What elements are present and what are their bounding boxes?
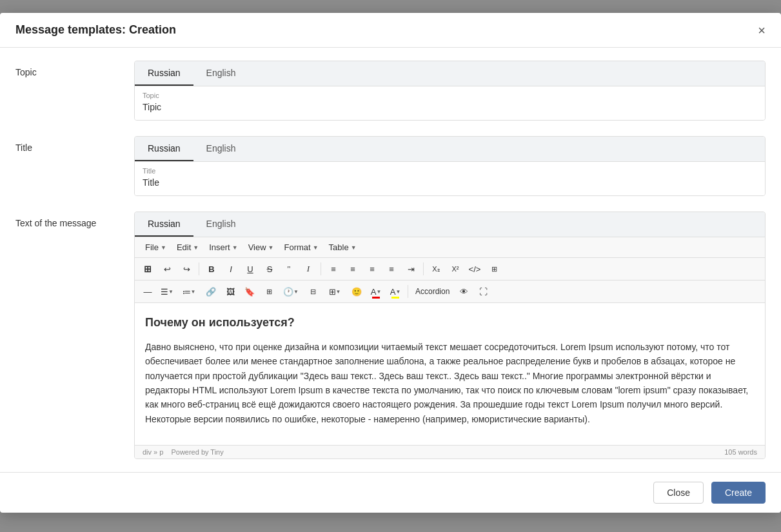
toolbar-sep-3 (423, 262, 424, 275)
toolbar-date-btn[interactable]: 🕐 ▼ (279, 283, 302, 300)
menu-file[interactable]: File ▼ (140, 240, 172, 255)
editor-menubar: File ▼ Edit ▼ Insert ▼ (135, 237, 765, 258)
toolbar-redo-btn[interactable]: ↪ (177, 261, 195, 277)
toolbar-align-left-btn[interactable]: ≡ (324, 261, 342, 277)
topic-label: Topic (15, 61, 119, 77)
toolbar-blockquote-btn[interactable]: " (280, 261, 298, 277)
toolbar-list-ol-btn[interactable]: ≔ ▼ (177, 283, 201, 300)
modal-header: Message templates: Creation × (0, 13, 781, 48)
highlight-color-indicator (391, 297, 399, 299)
table2-chevron-icon: ▼ (336, 289, 341, 295)
topic-field-row: Topic Russian English Topic Tipic (15, 61, 766, 121)
message-tab-english[interactable]: English (193, 212, 249, 237)
toolbar-link-btn[interactable]: 🔗 (202, 283, 220, 300)
format-chevron-icon: ▼ (313, 244, 319, 251)
editor-toolbar-2: — ☰ ▼ ≔ ▼ 🔗 🖼 🔖 ⊞ (135, 281, 765, 303)
powered-by: Powered by Tiny (171, 448, 223, 456)
topic-field-content: Russian English Topic Tipic (134, 61, 766, 121)
toolbar-strikethrough-btn[interactable]: S (261, 261, 279, 277)
modal-title: Message templates: Creation (15, 23, 176, 37)
toolbar-list-ul-btn[interactable]: ☰ ▼ (158, 283, 176, 300)
modal-footer: Close Create (0, 472, 781, 513)
table-chevron-icon: ▼ (351, 244, 357, 251)
view-chevron-icon: ▼ (268, 244, 274, 251)
toolbar-code-btn[interactable]: </> (466, 261, 484, 277)
toolbar-code-inline-btn[interactable]: I (299, 261, 317, 277)
file-chevron-icon: ▼ (161, 244, 166, 251)
toolbar-align-justify-btn[interactable]: ≡ (382, 261, 400, 277)
toolbar-bookmark-btn[interactable]: 🔖 (241, 283, 259, 300)
toolbar-superscript-btn[interactable]: X² (446, 261, 464, 277)
toolbar-undo-btn[interactable]: ↩ (158, 261, 176, 277)
menu-format[interactable]: Format ▼ (279, 240, 324, 255)
toolbar-pagebreak-btn[interactable]: ⊟ (304, 283, 322, 300)
highlight-chevron-icon: ▼ (395, 289, 400, 295)
title-tab-english[interactable]: English (193, 137, 249, 161)
modal-dialog: Message templates: Creation × Topic Russ… (0, 13, 781, 513)
message-field-content: Russian English File ▼ Edit ▼ (134, 212, 766, 459)
message-tab-russian[interactable]: Russian (135, 212, 193, 237)
close-button[interactable]: Close (653, 482, 704, 504)
title-tab-russian[interactable]: Russian (135, 137, 193, 161)
date-chevron-icon: ▼ (293, 289, 299, 295)
title-tab-bar: Russian English (135, 137, 765, 162)
title-label: Title (15, 136, 119, 153)
toolbar-italic-btn[interactable]: I (222, 261, 240, 277)
toolbar-font-color-btn[interactable]: A ▼ (367, 283, 385, 300)
topic-tab-bar: Russian English (135, 61, 765, 86)
menu-view[interactable]: View ▼ (243, 240, 279, 255)
toolbar-table2-btn[interactable]: ⊞ ▼ (323, 283, 346, 300)
toolbar-sep-2 (321, 262, 321, 275)
topic-tab-russian[interactable]: Russian (135, 61, 193, 86)
editor-path: div » p (143, 448, 163, 456)
create-button[interactable]: Create (711, 482, 766, 504)
toolbar-indent-btn[interactable]: ⇥ (402, 261, 420, 277)
toolbar-underline-btn[interactable]: U (241, 261, 259, 277)
word-count: 105 words (724, 448, 757, 456)
toolbar-subscript-btn[interactable]: X₂ (427, 261, 445, 277)
modal-overlay: Message templates: Creation × Topic Russ… (0, 0, 781, 532)
toolbar-fullscreen-btn[interactable]: ⛶ (474, 283, 492, 300)
toolbar-accordion-btn[interactable]: Accordion (411, 283, 453, 300)
topic-input-label: Topic (143, 92, 757, 99)
toolbar-sep-4 (408, 285, 408, 298)
list-ol-chevron-icon: ▼ (191, 289, 196, 295)
toolbar-align-right-btn[interactable]: ≡ (363, 261, 381, 277)
title-field-content: Russian English Title Title (134, 136, 766, 196)
title-input-area: Title Title (135, 162, 765, 195)
topic-input-area: Topic Tipic (135, 86, 765, 120)
message-label: Text of the message (15, 212, 119, 228)
toolbar-special-chars-btn[interactable]: ⊞ (260, 283, 278, 300)
list-ul-chevron-icon: ▼ (168, 289, 173, 295)
menu-insert[interactable]: Insert ▼ (204, 240, 242, 255)
editor-toolbar-1: ⊞ ↩ ↪ B I U S " I ≡ ≡ (135, 258, 765, 281)
modal-close-button[interactable]: × (758, 24, 766, 37)
toolbar-emoji-btn[interactable]: 🙂 (348, 283, 366, 300)
editor-heading: Почему он используется? (145, 313, 755, 332)
menu-edit[interactable]: Edit ▼ (172, 240, 204, 255)
font-color-indicator (372, 297, 380, 299)
editor-statusbar: div » p Powered by Tiny 105 words (135, 445, 765, 458)
toolbar-template-btn[interactable]: ⊞ (139, 261, 157, 277)
title-input-value[interactable]: Title (143, 177, 757, 188)
toolbar-align-center-btn[interactable]: ≡ (344, 261, 362, 277)
toolbar-hr-btn[interactable]: — (139, 283, 157, 300)
toolbar-preview-btn[interactable]: 👁 (455, 283, 473, 300)
topic-input-value[interactable]: Tipic (143, 102, 757, 112)
modal-body: Topic Russian English Topic Tipic Title (0, 48, 781, 472)
message-tab-bar: Russian English (135, 212, 765, 237)
menu-table[interactable]: Table ▼ (324, 240, 362, 255)
toolbar-bold-btn[interactable]: B (203, 261, 221, 277)
title-field-row: Title Russian English Title Title (15, 136, 766, 196)
editor-paragraph: Давно выяснено, что при оценке дизайна и… (145, 340, 755, 426)
toolbar-sep-1 (199, 262, 199, 275)
insert-chevron-icon: ▼ (232, 244, 238, 251)
topic-tab-english[interactable]: English (193, 61, 249, 86)
toolbar-image-btn[interactable]: 🖼 (221, 283, 239, 300)
editor-content-area[interactable]: Почему он используется? Давно выяснено, … (135, 303, 765, 445)
toolbar-table-btn[interactable]: ⊞ (485, 261, 503, 277)
message-field-row: Text of the message Russian English File… (15, 212, 766, 459)
toolbar-highlight-btn[interactable]: A ▼ (386, 283, 404, 300)
font-color-chevron-icon: ▼ (376, 289, 381, 295)
edit-chevron-icon: ▼ (193, 244, 199, 251)
